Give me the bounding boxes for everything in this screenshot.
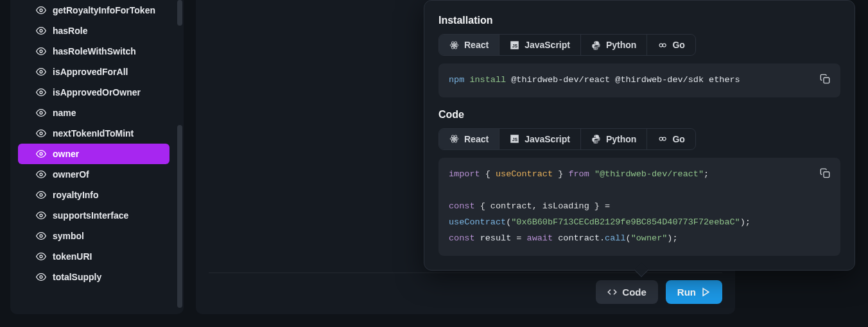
code-token: { [485, 169, 490, 179]
code-token: = [516, 233, 521, 243]
svg-point-13 [40, 276, 42, 278]
svg-point-9 [40, 194, 42, 196]
sidebar-item-getRoyaltyInfoForToken[interactable]: getRoyaltyInfoForToken [18, 0, 169, 21]
code-token: const [449, 233, 475, 243]
sidebar-item-label: ownerOf [53, 169, 89, 180]
sidebar-item-label: isApprovedForAll [53, 67, 128, 77]
usage-code-block: import { useContract } from "@thirdweb-d… [438, 158, 840, 256]
svg-point-3 [40, 71, 42, 73]
svg-point-21 [660, 44, 663, 47]
scrollbar-thumb[interactable] [177, 0, 182, 26]
tab-python[interactable]: Python [581, 35, 647, 55]
tab-go[interactable]: Go [647, 35, 695, 55]
sidebar-item-label: isApprovedOrOwner [53, 87, 141, 97]
scrollbar-track [177, 0, 182, 314]
eye-icon [36, 190, 46, 200]
code-token: = [605, 201, 610, 211]
sidebar-item-label: royaltyInfo [53, 190, 99, 200]
sidebar-item-isApprovedOrOwner[interactable]: isApprovedOrOwner [18, 82, 169, 103]
tab-label: React [464, 40, 489, 50]
svg-marker-14 [703, 289, 709, 296]
code-popover: Installation ReactJSJavaScriptPythonGo n… [424, 0, 855, 271]
sidebar-item-label: totalSupply [53, 272, 101, 282]
code-token: contract [558, 233, 600, 243]
svg-point-24 [453, 138, 455, 140]
tab-javascript[interactable]: JSJavaScript [499, 35, 581, 55]
svg-point-10 [40, 214, 42, 217]
code-button[interactable]: Code [596, 280, 658, 304]
javascript-icon: JS [510, 40, 519, 50]
tab-label: Go [672, 134, 684, 144]
installation-title: Installation [438, 15, 840, 26]
sidebar-item-name[interactable]: name [18, 103, 169, 123]
react-icon [449, 40, 459, 50]
eye-icon [36, 231, 46, 241]
code-token: "@thirdweb-dev/react" [595, 169, 704, 179]
eye-icon [36, 272, 46, 282]
tab-go[interactable]: Go [647, 129, 695, 149]
copy-icon [820, 168, 830, 178]
sidebar-item-hasRoleWithSwitch[interactable]: hasRoleWithSwitch [18, 41, 169, 62]
sidebar-item-royaltyInfo[interactable]: royaltyInfo [18, 185, 169, 205]
go-icon [657, 40, 667, 50]
sidebar: getRoyaltyInfoForTokenhasRolehasRoleWith… [10, 0, 184, 314]
sidebar-item-isApprovedForAll[interactable]: isApprovedForAll [18, 62, 169, 82]
scrollbar-thumb[interactable] [177, 125, 182, 308]
sidebar-item-label: hasRoleWithSwitch [53, 46, 136, 56]
svg-point-11 [40, 235, 42, 237]
run-button[interactable]: Run [666, 280, 722, 304]
sidebar-item-owner[interactable]: owner [18, 144, 169, 164]
eye-icon [36, 169, 46, 180]
code-token: await [527, 233, 553, 243]
sidebar-item-label: name [53, 108, 76, 118]
sidebar-item-nextTokenIdToMint[interactable]: nextTokenIdToMint [18, 123, 169, 144]
eye-icon [36, 5, 46, 15]
react-icon [449, 134, 459, 144]
sidebar-item-tokenURI[interactable]: tokenURI [18, 246, 169, 267]
sidebar-item-ownerOf[interactable]: ownerOf [18, 164, 169, 185]
sidebar-item-label: getRoyaltyInfoForToken [53, 5, 155, 15]
sidebar-item-supportsInterface[interactable]: supportsInterface [18, 205, 169, 226]
code-token: "owner" [631, 233, 668, 243]
code-token: useContract [496, 169, 553, 179]
svg-point-6 [40, 132, 42, 135]
install-tabs: ReactJSJavaScriptPythonGo [438, 34, 696, 56]
code-token: result [480, 233, 512, 243]
svg-point-5 [40, 112, 42, 114]
python-icon [591, 40, 601, 50]
tab-react[interactable]: React [439, 129, 499, 149]
svg-rect-32 [824, 172, 829, 178]
code-token: install [469, 75, 506, 85]
code-token: useContract [449, 217, 506, 227]
action-bar: Code Run [596, 280, 722, 304]
code-tabs: ReactJSJavaScriptPythonGo [438, 128, 696, 150]
sidebar-item-symbol[interactable]: symbol [18, 226, 169, 246]
code-token: ; [745, 217, 751, 227]
sidebar-item-label: tokenURI [53, 251, 92, 262]
sidebar-item-label: supportsInterface [53, 210, 128, 221]
code-button-label: Code [622, 287, 647, 298]
tab-label: Python [606, 134, 636, 144]
svg-point-2 [40, 50, 42, 53]
sidebar-item-totalSupply[interactable]: totalSupply [18, 267, 169, 287]
svg-point-15 [453, 44, 455, 46]
tab-javascript[interactable]: JSJavaScript [499, 129, 581, 149]
go-icon [657, 134, 667, 144]
eye-icon [36, 108, 46, 118]
code-token: const [449, 201, 475, 211]
code-token: { contract, isLoading } [480, 201, 600, 211]
code-token: . [600, 233, 605, 243]
eye-icon [36, 26, 46, 36]
copy-button[interactable] [816, 70, 834, 88]
sidebar-item-hasRole[interactable]: hasRole [18, 21, 169, 41]
code-token: npm [449, 75, 464, 85]
svg-point-0 [40, 9, 42, 12]
svg-point-8 [40, 173, 42, 176]
svg-point-30 [660, 137, 663, 140]
sidebar-item-label: symbol [53, 231, 84, 241]
copy-button[interactable] [816, 164, 834, 182]
code-token: @thirdweb-dev/react @thirdweb-dev/sdk et… [511, 75, 740, 85]
tab-react[interactable]: React [439, 35, 499, 55]
tab-label: React [464, 134, 489, 144]
tab-python[interactable]: Python [581, 129, 647, 149]
